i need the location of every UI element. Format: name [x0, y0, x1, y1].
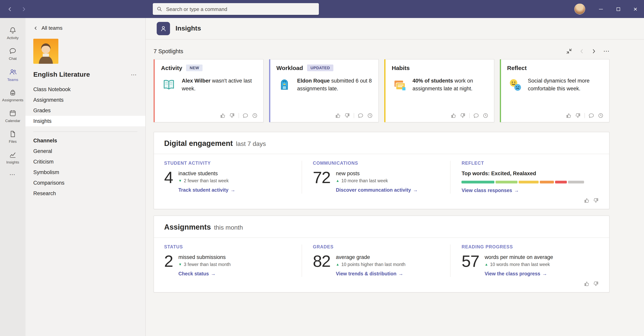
page-title: Insights [176, 25, 201, 32]
back-to-all-teams[interactable]: All teams [26, 25, 145, 31]
spotlights-count: 7 Spotlights [154, 48, 183, 54]
forward-button[interactable] [21, 6, 27, 12]
channel-item-symbolism[interactable]: Symbolism [26, 167, 145, 177]
spotlight-card-habits: Habits 40% of students work on assignmen… [384, 59, 494, 122]
comment-icon[interactable] [242, 113, 248, 119]
spotlights-prev-button[interactable] [579, 48, 584, 54]
chevron-left-icon [579, 48, 584, 54]
search-icon [157, 6, 162, 12]
app-rail: Activity Chat Teams Assignments Calendar… [0, 18, 26, 336]
card-text: Social dynamics feel more comfortable th… [528, 77, 604, 93]
bar-segment [555, 181, 567, 183]
assignments-card: Assignments this month STATUS 2 missed s… [154, 215, 610, 293]
divider [154, 154, 609, 154]
rail-more-button[interactable]: ⋯ [10, 171, 16, 178]
thumbs-down-icon[interactable] [593, 197, 599, 203]
comment-icon[interactable] [473, 113, 479, 119]
rail-item-insights[interactable]: Insights [0, 147, 26, 168]
history-icon[interactable] [367, 113, 373, 119]
sidebar-item-assignments[interactable]: Assignments [26, 95, 145, 105]
thumbs-up-icon[interactable] [584, 197, 590, 203]
team-name: English Literature [33, 71, 90, 79]
file-icon [8, 130, 17, 138]
thumbs-up-icon[interactable] [220, 113, 226, 119]
person-icon [160, 25, 167, 32]
thumbs-down-icon[interactable] [575, 113, 581, 119]
history-icon[interactable] [482, 113, 488, 119]
collapse-button[interactable] [566, 48, 572, 54]
sidebar-item-grades[interactable]: Grades [26, 105, 145, 116]
channel-item-research[interactable]: Research [26, 188, 145, 199]
metric-value: 82 [313, 253, 330, 270]
rail-item-chat[interactable]: Chat [0, 43, 26, 64]
team-avatar[interactable] [33, 39, 58, 64]
bar-segment [496, 181, 518, 183]
maximize-icon [616, 7, 620, 11]
digital-engagement-card: Digital engagement last 7 days STUDENT A… [154, 132, 610, 209]
check-status-link[interactable]: Check status→ [178, 271, 216, 277]
history-icon[interactable] [598, 113, 604, 119]
chevron-right-icon [21, 6, 27, 12]
rail-item-files[interactable]: Files [0, 126, 26, 147]
comment-icon[interactable] [358, 113, 364, 119]
metric-value: 72 [313, 169, 330, 186]
view-class-responses-link[interactable]: View class responses→ [462, 188, 519, 193]
bar-segment [519, 181, 539, 183]
channel-item-general[interactable]: General [26, 146, 145, 157]
history-icon[interactable] [252, 113, 258, 119]
channel-item-comparisons[interactable]: Comparisons [26, 177, 145, 188]
thumbs-up-icon[interactable] [450, 113, 456, 119]
trend-down-icon: ▼ [178, 262, 182, 266]
trend-down-icon: ▼ [178, 179, 182, 183]
thumbs-down-icon[interactable] [344, 113, 350, 119]
search-input[interactable] [165, 6, 315, 12]
thumbs-down-icon[interactable] [460, 113, 466, 119]
thumbs-down-icon[interactable] [593, 281, 599, 287]
rail-item-calendar[interactable]: Calendar [0, 106, 26, 126]
divider [584, 113, 585, 118]
shakespeare-avatar-image [33, 39, 58, 64]
maximize-button[interactable] [610, 0, 627, 18]
channels-header: Channels [26, 135, 145, 146]
trend-up-icon: ▲ [336, 262, 340, 266]
sidebar-item-class-notebook[interactable]: Class Notebook [26, 84, 145, 95]
close-button[interactable]: × [627, 0, 644, 18]
insights-main: Insights 7 Spotlights [146, 18, 644, 336]
metric-value: 4 [164, 169, 173, 186]
user-avatar[interactable] [574, 3, 585, 14]
thumbs-up-icon[interactable] [584, 281, 590, 287]
rail-item-teams[interactable]: Teams [0, 64, 26, 85]
rail-item-assignments[interactable]: Assignments [0, 85, 26, 106]
view-trends-distribution-link[interactable]: View trends & distribution→ [336, 271, 403, 277]
track-student-activity-link[interactable]: Track student activity→ [178, 187, 236, 193]
metric-value: 2 [164, 253, 173, 270]
open-book-icon [161, 77, 177, 93]
view-class-progress-link[interactable]: View the class progress→ [484, 271, 547, 277]
spotlights-next-button[interactable] [591, 48, 596, 54]
emoji-faces-icon [507, 77, 523, 93]
minimize-button[interactable] [592, 0, 610, 18]
channel-item-criticism[interactable]: Criticism [26, 157, 145, 167]
spotlight-card-activity: Activity NEW Alex Wilber wasn't active l… [154, 59, 264, 122]
sidebar-item-insights[interactable]: Insights [26, 116, 145, 126]
new-badge: NEW [186, 65, 202, 71]
close-icon: × [634, 6, 637, 12]
thumbs-up-icon[interactable] [335, 113, 341, 119]
discover-communication-activity-link[interactable]: Discover communcation activity→ [336, 187, 418, 193]
sticky-notes-icon [392, 77, 408, 93]
rail-item-activity[interactable]: Activity [0, 23, 26, 43]
comment-icon[interactable] [588, 113, 594, 119]
thumbs-down-icon[interactable] [229, 113, 235, 119]
back-button[interactable] [7, 6, 13, 12]
spotlights-more-button[interactable]: ⋯ [603, 47, 610, 55]
card-title: Reflect [507, 65, 527, 71]
sentiment-bar [462, 181, 584, 183]
updated-badge: UPDATED [307, 65, 333, 71]
team-more-icon[interactable]: ⋯ [131, 71, 137, 78]
backpack-outline-icon [8, 88, 17, 97]
top-words: Top words: Excited, Realaxed [462, 170, 588, 176]
command-search-box[interactable] [153, 3, 319, 15]
trend-up-icon: ▲ [336, 179, 340, 183]
status-metric: STATUS 2 missed submissions ▼3 fewer tha… [164, 244, 302, 277]
thumbs-up-icon[interactable] [566, 113, 572, 119]
